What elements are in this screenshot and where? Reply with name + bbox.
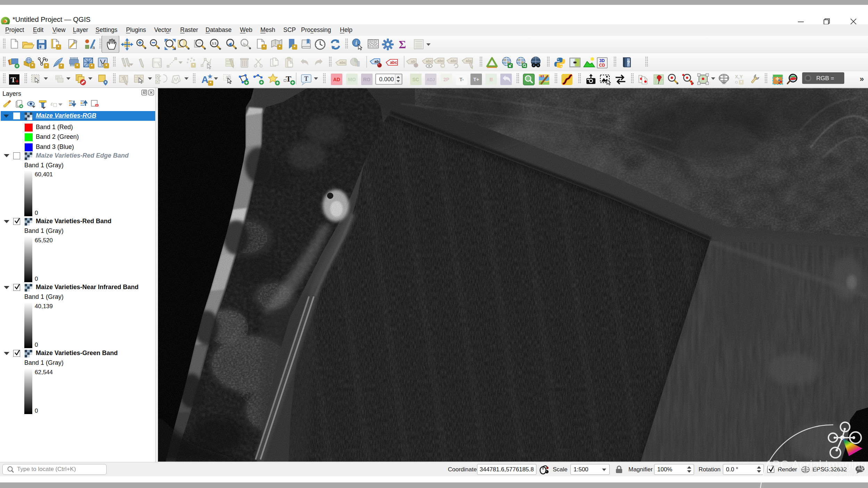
svg-text:a: a: [92, 45, 95, 50]
svg-text:ADJ: ADJ: [426, 77, 435, 82]
svg-text:+: +: [15, 78, 18, 84]
svg-text:MO: MO: [348, 77, 356, 82]
svg-text:*: *: [193, 63, 194, 68]
svg-text:abc: abc: [451, 59, 457, 63]
svg-text:abc: abc: [340, 60, 346, 65]
svg-text:»: »: [860, 75, 864, 83]
svg-text:T-: T-: [459, 77, 464, 82]
svg-text:CD: CD: [599, 63, 605, 68]
svg-text:1:1: 1:1: [212, 42, 216, 45]
svg-text:T: T: [304, 75, 308, 82]
svg-text:2P: 2P: [443, 77, 449, 82]
svg-text:abc: abc: [390, 60, 397, 65]
svg-text:SC: SC: [412, 77, 419, 82]
svg-text:ab: ab: [375, 59, 379, 64]
svg-text:ab: ab: [411, 59, 416, 64]
svg-text:?: ?: [627, 59, 630, 65]
svg-text:A: A: [201, 74, 208, 85]
svg-text:i: i: [356, 40, 357, 46]
svg-text:0.000: 0.000: [379, 76, 394, 83]
svg-text:ε: ε: [51, 101, 53, 107]
svg-text:abc: abc: [437, 59, 444, 63]
svg-text:!!: !!: [490, 77, 493, 82]
svg-text:T+: T+: [473, 77, 479, 82]
svg-text:X,Y: X,Y: [735, 74, 743, 79]
svg-text:AD: AD: [333, 77, 340, 82]
svg-text:RO: RO: [363, 77, 370, 82]
svg-text:*: *: [741, 80, 742, 85]
svg-text:Σ: Σ: [399, 38, 406, 51]
svg-text:3D: 3D: [599, 58, 605, 63]
svg-text:abc: abc: [466, 59, 473, 63]
svg-text:RGB =: RGB =: [816, 75, 834, 82]
svg-text:abc: abc: [426, 59, 433, 63]
